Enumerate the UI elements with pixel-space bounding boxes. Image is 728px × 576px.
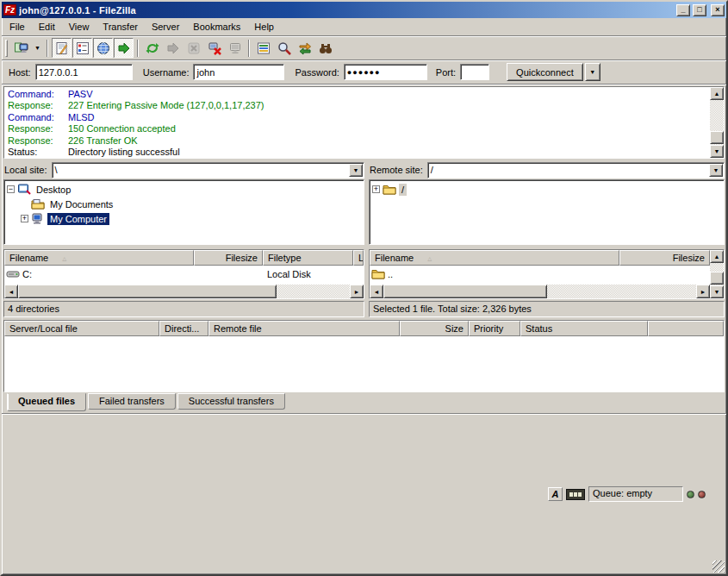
speed-limits-icon[interactable] bbox=[566, 489, 585, 500]
filetype: Local Disk bbox=[267, 269, 311, 279]
directory-filters-icon[interactable] bbox=[253, 38, 273, 58]
tree-item-my-computer[interactable]: + My Computer bbox=[4, 211, 364, 226]
scroll-up-icon[interactable]: ▲ bbox=[710, 87, 724, 100]
quickconnect-button[interactable]: Quickconnect bbox=[507, 63, 583, 81]
site-manager-icon[interactable] bbox=[11, 38, 31, 58]
local-site-combo[interactable]: \ ▼ bbox=[52, 162, 364, 178]
scroll-thumb[interactable] bbox=[18, 285, 277, 298]
remote-status-text: Selected 1 file. Total size: 2,326 bytes bbox=[369, 301, 725, 317]
column-header-priority[interactable]: Priority bbox=[469, 321, 520, 336]
scroll-track[interactable] bbox=[547, 285, 696, 298]
minimize-button[interactable]: _ bbox=[676, 4, 690, 16]
local-file-row[interactable]: C: Local Disk bbox=[4, 266, 364, 281]
scroll-down-icon[interactable]: ▼ bbox=[710, 285, 724, 298]
remote-file-row[interactable]: .. bbox=[370, 266, 710, 281]
toolbar-separator bbox=[137, 40, 139, 57]
tree-item-label-selected: My Computer bbox=[47, 213, 109, 225]
scroll-thumb[interactable] bbox=[710, 272, 724, 285]
scroll-right-icon[interactable]: ► bbox=[350, 285, 364, 298]
tab-successful-transfers[interactable]: Successful transfers bbox=[177, 393, 285, 410]
column-label: Size bbox=[445, 323, 464, 334]
column-header-truncated[interactable]: L bbox=[353, 250, 364, 266]
tree-item-my-documents[interactable]: My Documents bbox=[4, 197, 364, 211]
remote-hscrollbar[interactable]: ◄ ► bbox=[370, 285, 710, 298]
menu-help[interactable]: Help bbox=[247, 20, 281, 34]
column-header-filename[interactable]: Filename ▵ bbox=[4, 250, 194, 266]
password-label: Password: bbox=[295, 67, 339, 78]
remote-pane: Remote site: / ▼ + / Filename bbox=[369, 160, 725, 317]
remote-vscrollbar[interactable]: ▲ ▼ bbox=[710, 250, 724, 298]
scroll-left-icon[interactable]: ◄ bbox=[4, 285, 18, 298]
scroll-down-icon[interactable]: ▼ bbox=[710, 145, 724, 158]
password-input[interactable] bbox=[344, 64, 427, 80]
menu-file[interactable]: File bbox=[3, 20, 32, 34]
toggle-message-log-icon[interactable] bbox=[52, 38, 72, 58]
column-header-remote-file[interactable]: Remote file bbox=[208, 321, 400, 336]
scroll-left-icon[interactable]: ◄ bbox=[370, 285, 383, 298]
log-line-text: 226 Transfer OK bbox=[68, 135, 138, 146]
scroll-track[interactable] bbox=[710, 100, 724, 145]
scroll-thumb[interactable] bbox=[710, 131, 724, 144]
host-input[interactable] bbox=[35, 64, 133, 80]
site-manager-dropdown-icon[interactable]: ▼ bbox=[32, 38, 43, 58]
menu-view[interactable]: View bbox=[62, 20, 96, 34]
column-label: Filetype bbox=[268, 253, 302, 263]
expand-icon[interactable]: + bbox=[372, 185, 380, 193]
log-scrollbar[interactable]: ▲ ▼ bbox=[710, 87, 724, 158]
maximize-button[interactable]: □ bbox=[693, 4, 706, 16]
column-header-filesize[interactable]: Filesize bbox=[194, 250, 263, 266]
close-button[interactable]: × bbox=[711, 4, 725, 16]
menu-edit[interactable]: Edit bbox=[32, 20, 62, 34]
tree-item-desktop[interactable]: − Desktop bbox=[4, 182, 364, 197]
menu-transfer[interactable]: Transfer bbox=[96, 20, 145, 34]
tab-failed-transfers[interactable]: Failed transfers bbox=[88, 393, 176, 410]
quickconnect-dropdown-icon[interactable]: ▼ bbox=[585, 63, 600, 81]
tab-queued-files[interactable]: Queued files bbox=[7, 393, 86, 411]
find-files-icon[interactable] bbox=[315, 38, 335, 58]
menu-server[interactable]: Server bbox=[145, 20, 186, 34]
toggle-local-tree-icon[interactable] bbox=[72, 38, 92, 58]
chevron-down-icon[interactable]: ▼ bbox=[349, 164, 363, 177]
scroll-track[interactable] bbox=[277, 285, 350, 298]
tree-item-root[interactable]: + / bbox=[370, 182, 724, 197]
scroll-up-icon[interactable]: ▲ bbox=[710, 250, 724, 263]
port-input[interactable] bbox=[460, 64, 489, 80]
column-header-filetype[interactable]: Filetype bbox=[263, 250, 353, 266]
scroll-right-icon[interactable]: ► bbox=[696, 285, 710, 298]
app-icon[interactable]: Fz bbox=[3, 4, 16, 16]
remote-list-header: Filename ▵ Filesize bbox=[370, 250, 710, 266]
chevron-down-icon[interactable]: ▼ bbox=[709, 164, 723, 177]
column-header-filename[interactable]: Filename ▵ bbox=[370, 250, 619, 266]
directory-comparison-icon[interactable] bbox=[274, 38, 294, 58]
scroll-thumb[interactable] bbox=[383, 285, 547, 298]
refresh-icon[interactable] bbox=[142, 38, 162, 58]
toggle-remote-tree-icon[interactable] bbox=[93, 38, 113, 58]
column-header-size[interactable]: Size bbox=[400, 321, 469, 336]
tree-item-label-selected: / bbox=[399, 184, 407, 196]
local-tree: − Desktop My Documents + My Computer bbox=[3, 179, 364, 245]
menu-bookmarks[interactable]: Bookmarks bbox=[186, 20, 247, 34]
process-queue-icon bbox=[163, 38, 183, 58]
toolbar-grip[interactable] bbox=[5, 40, 8, 57]
column-header-local-file[interactable]: Server/Local file bbox=[4, 321, 159, 336]
toggle-transfer-queue-icon[interactable] bbox=[114, 38, 134, 58]
column-header-filesize[interactable]: Filesize bbox=[619, 250, 710, 266]
collapse-icon[interactable]: − bbox=[7, 185, 15, 193]
ascii-data-type-icon[interactable]: A bbox=[548, 487, 563, 501]
disk-icon bbox=[6, 267, 20, 281]
resize-grip[interactable] bbox=[712, 560, 725, 573]
column-header-direction[interactable]: Directi... bbox=[159, 321, 208, 336]
column-header-status[interactable]: Status bbox=[520, 321, 648, 336]
remote-site-combo[interactable]: / ▼ bbox=[427, 162, 725, 178]
column-label: Status bbox=[526, 323, 552, 334]
title-bar[interactable]: Fz john@127.0.0.1 - FileZilla _ □ × bbox=[2, 2, 726, 18]
disconnect-icon[interactable] bbox=[204, 38, 224, 58]
username-input[interactable] bbox=[193, 64, 284, 80]
activity-led-green-icon bbox=[687, 491, 694, 498]
scroll-track[interactable] bbox=[710, 263, 724, 285]
expand-icon[interactable]: + bbox=[21, 215, 28, 222]
my-documents-icon bbox=[31, 197, 45, 211]
local-hscrollbar[interactable]: ◄ ► bbox=[4, 285, 364, 298]
synchronized-browsing-icon[interactable] bbox=[295, 38, 314, 58]
queue-body[interactable] bbox=[4, 336, 724, 391]
